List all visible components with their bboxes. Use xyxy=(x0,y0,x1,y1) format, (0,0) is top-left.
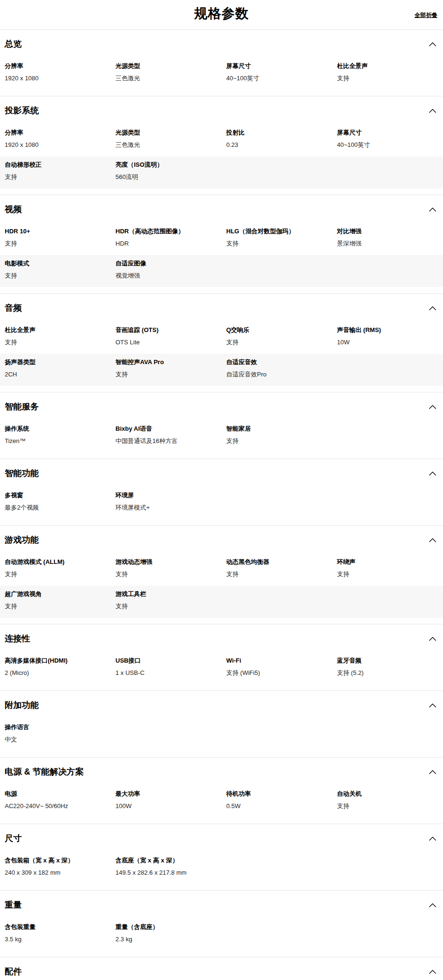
spec-section: 投影系统 分辨率 1920 x 1080 光源类型 三色激光 投射比 0.23 … xyxy=(0,96,443,195)
spec-label: Bixby AI语音 xyxy=(115,425,217,433)
spec-label: 自动游戏模式 (ALLM) xyxy=(5,558,106,566)
spec-section: 配件 用户指南 有 电源线 有 xyxy=(0,957,443,980)
chevron-up-icon[interactable] xyxy=(429,836,436,841)
spec-item: Wi-Fi 支持 (WiFi5) xyxy=(222,657,332,677)
spec-label: Wi-Fi xyxy=(226,657,328,665)
spec-value: 支持 xyxy=(5,571,106,578)
chevron-up-icon[interactable] xyxy=(429,770,436,775)
spec-item: 环境屏 环境屏模式+ xyxy=(111,492,221,511)
spec-value: 1 x USB-C xyxy=(115,669,217,677)
chevron-up-icon[interactable] xyxy=(429,903,436,908)
spec-value: 环境屏模式+ xyxy=(115,504,217,511)
chevron-up-icon[interactable] xyxy=(429,207,436,212)
section-header[interactable]: 投影系统 xyxy=(0,96,443,116)
chevron-up-icon[interactable] xyxy=(429,538,436,543)
spec-value: 最多2个视频 xyxy=(5,504,106,511)
section-header[interactable]: 智能功能 xyxy=(0,459,443,478)
chevron-up-icon[interactable] xyxy=(429,970,436,974)
spec-row: 自动游戏模式 (ALLM) 支持 游戏动态增强 支持 动态黑色均衡器 支持 环绕… xyxy=(0,554,443,586)
spec-value: 0.5W xyxy=(226,802,328,810)
spec-item: 蓝牙音频 支持 (5.2) xyxy=(332,657,443,677)
spec-item: 游戏动态增强 支持 xyxy=(111,558,221,578)
spec-value: 560流明 xyxy=(115,173,217,181)
spec-label: 游戏动态增强 xyxy=(115,558,217,566)
spec-item: 自动游戏模式 (ALLM) 支持 xyxy=(0,558,111,578)
spec-label: 含包装箱（宽 x 高 x 深） xyxy=(5,857,106,864)
chevron-up-icon[interactable] xyxy=(429,405,436,409)
section-header[interactable]: 重量 xyxy=(0,891,443,910)
chevron-up-icon[interactable] xyxy=(429,703,436,708)
section-header[interactable]: 连接性 xyxy=(0,624,443,644)
section-header[interactable]: 尺寸 xyxy=(0,824,443,844)
spec-label: 亮度（ISO流明） xyxy=(115,161,217,169)
section-title: 尺寸 xyxy=(5,834,22,844)
spec-label: 自动梯形校正 xyxy=(5,161,106,169)
chevron-up-icon[interactable] xyxy=(429,109,436,113)
spec-item: 含底座（宽 x 高 x 深） 149.5 x 282.6 x 217.8 mm xyxy=(111,857,221,877)
section-rows: 含包装重量 3.5 kg 重量（含底座） 2.3 kg xyxy=(0,919,443,951)
spec-label: 光源类型 xyxy=(115,129,217,136)
spec-item: 智能家居 支持 xyxy=(222,425,332,445)
chevron-up-icon[interactable] xyxy=(429,42,436,47)
spec-row: 电源 AC220-240V~ 50/60Hz 最大功率 100W 待机功率 0.… xyxy=(0,785,443,818)
spec-label: 屏幕尺寸 xyxy=(226,62,328,70)
spec-label: 分辨率 xyxy=(5,62,106,70)
section-rows: 含包装箱（宽 x 高 x 深） 240 x 309 x 182 mm 含底座（宽… xyxy=(0,852,443,884)
spec-label: 扬声器类型 xyxy=(5,358,106,366)
spec-item: 扬声器类型 2CH xyxy=(0,358,111,378)
section-header[interactable]: 电源 & 节能解决方案 xyxy=(0,758,443,777)
section-rows: 杜比全景声 支持 音画追踪 (OTS) OTS Lite Q交响乐 支持 声音输… xyxy=(0,322,443,386)
spec-value: 视觉增强 xyxy=(115,272,217,280)
spec-section: 智能功能 多视窗 最多2个视频 环境屏 环境屏模式+ xyxy=(0,459,443,525)
chevron-up-icon[interactable] xyxy=(429,471,436,476)
spec-label: 自动关机 xyxy=(337,790,438,798)
spec-section: 智能服务 操作系统 Tizen™ Bixby AI语音 中国普通话及16种方言 … xyxy=(0,392,443,459)
spec-item: 最大功率 100W xyxy=(111,790,221,810)
spec-value: 2.3 kg xyxy=(115,936,217,943)
spec-value: 支持 xyxy=(337,75,438,82)
spec-value: 支持 xyxy=(115,603,217,610)
spec-value: 支持 xyxy=(226,437,328,445)
section-header[interactable]: 游戏功能 xyxy=(0,526,443,545)
spec-item: 智能控声AVA Pro 支持 xyxy=(111,358,221,378)
spec-row: 电影模式 支持 自适应图像 视觉增强 xyxy=(0,255,443,287)
section-title: 配件 xyxy=(5,967,22,977)
chevron-up-icon[interactable] xyxy=(429,306,436,311)
section-header[interactable]: 智能服务 xyxy=(0,392,443,412)
spec-label: 智能家居 xyxy=(226,425,328,433)
collapse-all-link[interactable]: 全部折叠 xyxy=(415,11,437,19)
spec-label: 智能控声AVA Pro xyxy=(115,358,217,366)
section-header[interactable]: 视频 xyxy=(0,195,443,214)
spec-item: 自动关机 支持 xyxy=(332,790,443,810)
section-header[interactable]: 附加功能 xyxy=(0,691,443,710)
spec-label: 蓝牙音频 xyxy=(337,657,438,665)
section-rows: 多视窗 最多2个视频 环境屏 环境屏模式+ xyxy=(0,487,443,519)
spec-value: HDR xyxy=(115,240,217,247)
section-rows: 分辨率 1920 x 1080 光源类型 三色激光 投射比 0.23 屏幕尺寸 … xyxy=(0,124,443,188)
spec-label: 音画追踪 (OTS) xyxy=(115,326,217,334)
spec-item: 杜比全景声 支持 xyxy=(332,62,443,82)
spec-value: 40~100英寸 xyxy=(337,141,438,149)
spec-label: 杜比全景声 xyxy=(337,62,438,70)
spec-item: 亮度（ISO流明） 560流明 xyxy=(111,161,221,181)
section-header[interactable]: 音频 xyxy=(0,294,443,313)
spec-row: 分辨率 1920 x 1080 光源类型 三色激光 投射比 0.23 屏幕尺寸 … xyxy=(0,124,443,156)
section-header[interactable]: 总览 xyxy=(0,30,443,49)
spec-label: 电影模式 xyxy=(5,260,106,267)
spec-section: 游戏功能 自动游戏模式 (ALLM) 支持 游戏动态增强 支持 动态黑色均衡器 … xyxy=(0,525,443,624)
spec-item: 自适应音效 自适应音效Pro xyxy=(222,358,332,378)
spec-item: 自动梯形校正 支持 xyxy=(0,161,111,181)
section-title: 投影系统 xyxy=(5,106,39,116)
spec-item: 光源类型 三色激光 xyxy=(111,129,221,149)
chevron-up-icon[interactable] xyxy=(429,637,436,641)
section-header[interactable]: 配件 xyxy=(0,957,443,977)
spec-value: 支持 xyxy=(115,371,217,378)
spec-item: HDR（高动态范围图像） HDR xyxy=(111,228,221,247)
section-title: 附加功能 xyxy=(5,700,39,710)
spec-section: 附加功能 操作语言 中文 xyxy=(0,690,443,757)
spec-value: 支持 xyxy=(337,802,438,810)
spec-label: HLG（混合对数型伽玛） xyxy=(226,228,328,235)
spec-section: 连接性 高清多媒体接口(HDMI) 2 (Micro) USB接口 1 x US… xyxy=(0,624,443,690)
spec-label: 环境屏 xyxy=(115,492,217,499)
spec-item: 超广游戏视角 支持 xyxy=(0,590,111,610)
